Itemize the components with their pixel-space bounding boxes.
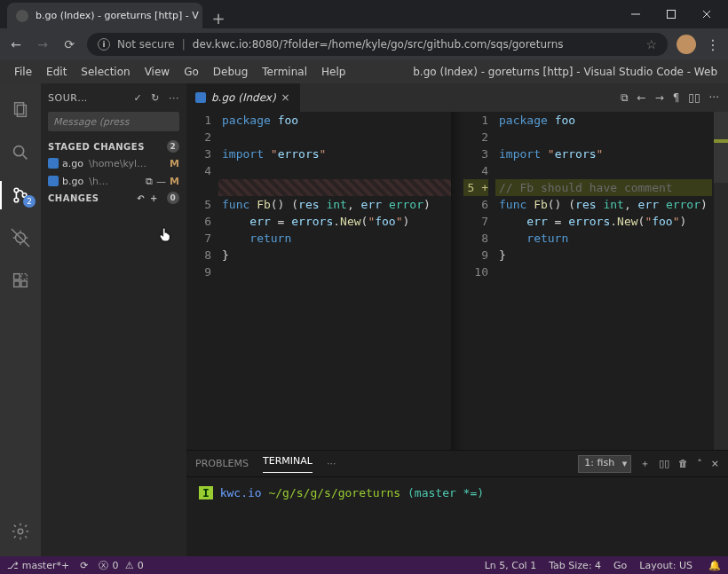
favicon <box>16 10 28 22</box>
reload-button[interactable]: ⟳ <box>60 37 78 51</box>
status-bar: ⎇ master*+ ⟳ ⓧ 0 ⚠ 0 Ln 5, Col 1 Tab Siz… <box>0 556 728 574</box>
go-file-icon <box>48 176 59 186</box>
browser-tab-title: b.go (Index) - goreturns [http] - V <box>36 10 199 21</box>
kill-terminal-icon[interactable]: 🗑 <box>678 458 688 469</box>
source-control-icon[interactable]: 2 <box>0 177 41 213</box>
menu-debug[interactable]: Debug <box>206 66 255 78</box>
svg-rect-11 <box>21 281 27 287</box>
extensions-icon[interactable] <box>0 263 41 298</box>
problems-tab[interactable]: PROBLEMS <box>195 458 249 469</box>
browser-toolbar: ← → ⟳ i Not secure | dev.kwc.io:8080/?fo… <box>0 28 728 60</box>
more-actions-icon[interactable]: ··· <box>169 92 179 104</box>
menu-help[interactable]: Help <box>314 66 352 78</box>
bookmark-icon[interactable]: ☆ <box>645 37 657 51</box>
layout-status[interactable]: Layout: US <box>639 560 692 571</box>
changes-section[interactable]: CHANGES ↶ + 0 <box>41 190 186 206</box>
pointer-cursor <box>158 226 174 245</box>
svg-rect-0 <box>668 11 676 19</box>
menu-bar: FileEditSelectionViewGoDebugTerminalHelp… <box>0 60 728 83</box>
diff-original-pane[interactable]: 123456789 package fooimport "errors"func… <box>186 112 451 450</box>
svg-rect-1 <box>15 103 24 114</box>
browser-menu-button[interactable]: ⋮ <box>705 36 721 53</box>
editor-tab[interactable]: b.go (Index) × <box>186 83 300 112</box>
staged-file-row[interactable]: b.go \h… ⧉— M <box>41 172 186 190</box>
menu-selection[interactable]: Selection <box>74 66 137 78</box>
next-change-icon[interactable]: → <box>655 91 664 104</box>
url-text: dev.kwc.io:8080/?folder=/home/kyle/go/sr… <box>193 38 564 51</box>
site-info-icon[interactable]: i <box>98 38 110 51</box>
window-close-button[interactable] <box>689 0 724 28</box>
menu-view[interactable]: View <box>138 66 177 78</box>
window-minimize-button[interactable] <box>618 0 653 28</box>
back-button[interactable]: ← <box>7 37 25 51</box>
new-terminal-icon[interactable]: ＋ <box>640 457 650 470</box>
cursor-position[interactable]: Ln 5, Col 1 <box>485 560 537 571</box>
minimap-add-marker <box>714 139 728 143</box>
browser-tab[interactable]: b.go (Index) - goreturns [http] - V × <box>7 3 202 28</box>
problems-status[interactable]: ⓧ 0 ⚠ 0 <box>99 559 143 572</box>
minimap[interactable] <box>714 112 728 450</box>
diff-splitter[interactable] <box>451 112 463 450</box>
scm-sidebar: SOUR… ✓ ↻ ··· Message (press STAGED CHAN… <box>41 83 186 556</box>
address-bar[interactable]: i Not secure | dev.kwc.io:8080/?folder=/… <box>87 33 668 56</box>
sidebar-title: SOUR… <box>48 92 88 104</box>
open-changes-icon[interactable]: ⧉ <box>621 91 629 104</box>
terminal-tab[interactable]: TERMINAL <box>263 455 313 473</box>
stage-all-icon[interactable]: + <box>150 193 158 203</box>
split-editor-icon[interactable]: ▯▯ <box>688 91 700 104</box>
staged-file-row[interactable]: a.go \home\kyl… M <box>41 154 186 172</box>
search-icon[interactable] <box>0 135 41 170</box>
debug-icon[interactable] <box>0 220 41 256</box>
go-file-icon <box>195 92 206 103</box>
menu-file[interactable]: File <box>7 66 39 78</box>
refresh-icon[interactable]: ↻ <box>151 92 160 104</box>
minimap-viewport[interactable] <box>714 112 728 183</box>
svg-point-12 <box>18 529 23 534</box>
bottom-panel: PROBLEMS TERMINAL ··· 1: fish ＋ ▯▯ 🗑 ˄ ×… <box>186 450 728 556</box>
diff-modified-pane[interactable]: 12345 +678910 package fooimport "errors"… <box>463 112 728 450</box>
close-icon[interactable]: × <box>281 91 290 104</box>
branch-status[interactable]: ⎇ master*+ <box>7 560 69 571</box>
svg-point-5 <box>14 198 19 202</box>
prev-change-icon[interactable]: ← <box>637 91 646 104</box>
editor-tabbar: b.go (Index) × ⧉ ← → ¶ ▯▯ ··· <box>186 83 728 112</box>
open-file-icon[interactable]: ⧉ <box>146 176 153 187</box>
language-status[interactable]: Go <box>613 560 627 571</box>
discard-all-icon[interactable]: ↶ <box>137 193 145 203</box>
window-maximize-button[interactable] <box>653 0 689 28</box>
sync-status[interactable]: ⟳ <box>80 560 88 571</box>
new-tab-button[interactable]: + <box>208 7 229 28</box>
forward-button[interactable]: → <box>34 37 51 51</box>
activity-bar: 2 <box>0 83 41 556</box>
settings-gear-icon[interactable] <box>0 514 41 549</box>
menu-edit[interactable]: Edit <box>39 66 74 78</box>
terminal-selector[interactable]: 1: fish <box>578 455 631 473</box>
panel-more-icon[interactable]: ··· <box>327 458 336 469</box>
maximize-panel-icon[interactable]: ˄ <box>697 458 702 469</box>
split-terminal-icon[interactable]: ▯▯ <box>659 458 669 469</box>
unstage-icon[interactable]: — <box>156 176 166 187</box>
commit-message-input[interactable]: Message (press <box>48 112 179 131</box>
window-title: b.go (Index) - goreturns [http] - Visual… <box>413 66 728 78</box>
explorer-icon[interactable] <box>0 92 41 128</box>
terminal-body[interactable]: I kwc.io ~/g/s/g/s/goreturns (master *=) <box>186 477 728 556</box>
scm-badge: 2 <box>23 195 36 208</box>
security-status: Not secure <box>117 38 175 51</box>
svg-point-4 <box>14 188 19 193</box>
diff-editor: 123456789 package fooimport "errors"func… <box>186 112 728 450</box>
changes-count-badge: 0 <box>167 192 179 204</box>
svg-point-3 <box>14 146 24 156</box>
editor-more-icon[interactable]: ··· <box>709 91 719 104</box>
profile-avatar[interactable] <box>677 35 696 54</box>
commit-check-icon[interactable]: ✓ <box>134 92 143 104</box>
notifications-icon[interactable]: 🔔 <box>708 560 721 571</box>
tab-size-status[interactable]: Tab Size: 4 <box>549 560 601 571</box>
browser-titlebar: b.go (Index) - goreturns [http] - V × + <box>0 0 728 28</box>
svg-rect-2 <box>17 106 26 117</box>
menu-go[interactable]: Go <box>177 66 206 78</box>
staged-changes-section[interactable]: STAGED CHANGES 2 <box>41 138 186 154</box>
close-panel-icon[interactable]: × <box>711 458 719 469</box>
toggle-whitespace-icon[interactable]: ¶ <box>673 91 680 104</box>
svg-rect-8 <box>14 274 20 279</box>
menu-terminal[interactable]: Terminal <box>255 66 314 78</box>
